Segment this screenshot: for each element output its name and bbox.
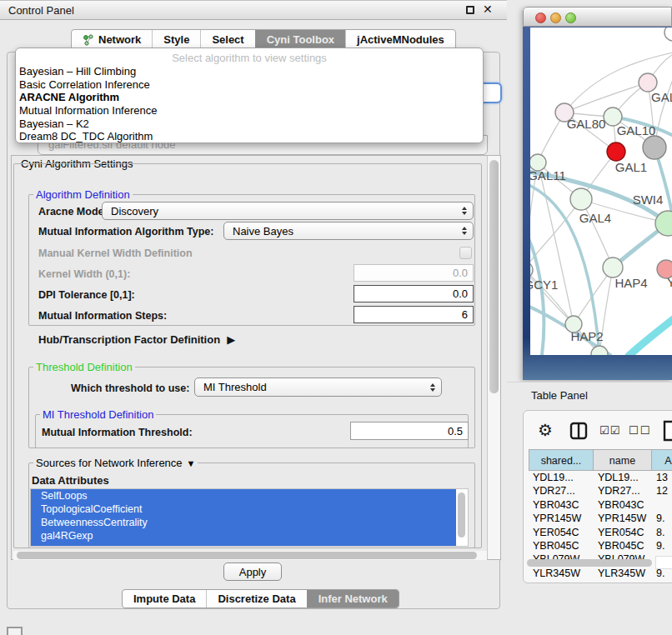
- settings-horizontal-scrollbar[interactable]: [13, 551, 487, 560]
- table-cell: 8.: [652, 526, 672, 539]
- table-row[interactable]: YJL052CYJL052C9.: [529, 580, 672, 583]
- list-scrollbar[interactable]: [458, 492, 465, 538]
- table-row[interactable]: YDR27...YDR27...12: [529, 484, 672, 498]
- tab-impute-data[interactable]: Impute Data: [123, 590, 206, 608]
- gear-icon[interactable]: ⚙: [538, 420, 553, 440]
- select-columns-icon[interactable]: ☑☑: [599, 424, 620, 437]
- tab-infer-network[interactable]: Infer Network: [307, 590, 399, 608]
- tab-style[interactable]: Style: [152, 30, 200, 49]
- hub-definition-toggle[interactable]: Hub/Transcription Factor Definition▶: [38, 333, 235, 346]
- tab-select[interactable]: Select: [200, 30, 254, 49]
- close-traffic-light-icon[interactable]: [535, 12, 546, 23]
- close-icon[interactable]: ✕: [483, 2, 493, 16]
- deselect-columns-icon[interactable]: ☐☐: [629, 424, 651, 437]
- cyni-bottom-tabs: Impute DataDiscretize DataInfer Network: [122, 589, 399, 608]
- settings-vertical-scrollbar[interactable]: [487, 156, 500, 559]
- dropdown-item[interactable]: Bayesian – Hill Climbing: [16, 65, 483, 78]
- sources-title-text: Sources for Network Inference: [36, 457, 183, 469]
- control-panel-titlebar: Control Panel ✕: [0, 0, 507, 20]
- mi-steps-field[interactable]: 6: [354, 306, 474, 323]
- table-cell: 9.: [652, 580, 672, 583]
- tab-label: Style: [163, 33, 189, 46]
- which-threshold-combo[interactable]: MI Threshold: [194, 378, 442, 397]
- network-node-label: GAL80: [567, 117, 606, 131]
- table-header-row[interactable]: shared...nameA: [529, 449, 672, 471]
- column-header[interactable]: name: [594, 449, 652, 471]
- attribute-list-item[interactable]: BetweennessCentrality: [31, 516, 456, 529]
- which-threshold-value: MI Threshold: [203, 381, 267, 393]
- dropdown-item[interactable]: Bayesian – K2: [16, 118, 483, 131]
- dropdown-item[interactable]: Basic Correlation Inference: [16, 78, 483, 92]
- mi-type-combo[interactable]: Naive Bayes: [223, 222, 474, 240]
- aracne-mode-value: Discovery: [111, 205, 158, 218]
- minimize-traffic-light-icon[interactable]: [550, 12, 561, 23]
- column-header[interactable]: A: [652, 449, 672, 471]
- table-scroll-corner: [655, 556, 672, 569]
- table-row[interactable]: YBR043CYBR043C: [529, 498, 672, 512]
- table-row[interactable]: YPR145WYPR145W9.: [529, 512, 672, 525]
- dropdown-item[interactable]: Mutual Information Inference: [16, 104, 483, 118]
- network-node[interactable]: [603, 258, 623, 278]
- table-horizontal-scrollbar[interactable]: [527, 559, 652, 567]
- kernel-width-field[interactable]: 0.0: [354, 264, 474, 282]
- table-cell: YLR345W: [594, 567, 652, 580]
- data-attributes-label: Data Attributes: [32, 474, 109, 487]
- zoom-traffic-light-icon[interactable]: [565, 12, 576, 23]
- aracne-mode-combo[interactable]: Discovery: [102, 202, 474, 220]
- split-columns-icon[interactable]: [569, 422, 588, 443]
- attribute-list-item[interactable]: TopologicalCoefficient: [31, 502, 456, 516]
- scrollbar-thumb[interactable]: [489, 160, 499, 393]
- dropdown-item[interactable]: Dream8 DC_TDC Algorithm: [16, 130, 483, 143]
- table-row[interactable]: YER054CYER054C8.: [529, 526, 672, 539]
- float-window-icon[interactable]: [466, 6, 474, 14]
- tab-discretize-data[interactable]: Discretize Data: [206, 590, 306, 608]
- column-header[interactable]: shared...: [529, 449, 594, 471]
- tab-jactivemnodules[interactable]: jActiveMNodules: [345, 30, 455, 49]
- algorithm-dropdown[interactable]: Select algorithm to view settings Bayesi…: [15, 48, 484, 143]
- network-canvas[interactable]: GALGAL80GAL10GAL1GAL11GAL4SWI4HAP4YGCY1H…: [530, 28, 672, 355]
- network-edge[interactable]: [564, 82, 648, 112]
- tab-network[interactable]: Network: [72, 30, 152, 49]
- network-view-window[interactable]: GALGAL80GAL10GAL1GAL11GAL4SWI4HAP4YGCY1H…: [523, 7, 672, 380]
- table-cell: YPR145W: [594, 512, 652, 525]
- threshold-definition-title: Threshold Definition: [33, 361, 135, 373]
- table-cell: YJL052C: [594, 580, 652, 583]
- table-row[interactable]: YBR045CYBR045C9.: [529, 539, 672, 552]
- table-cell: 9.: [652, 539, 672, 552]
- network-node[interactable]: [570, 188, 592, 210]
- table-cell: YPR145W: [529, 512, 594, 525]
- minimized-panel-icon[interactable]: [7, 627, 23, 635]
- aracne-mode-label: Aracne Mode:: [38, 206, 108, 218]
- table-row[interactable]: YLR345WYLR345W9.: [529, 567, 672, 580]
- expanded-arrow-icon[interactable]: ▼: [187, 458, 196, 468]
- network-node-label: GAL10: [617, 123, 656, 138]
- apply-button[interactable]: Apply: [223, 562, 282, 581]
- network-node[interactable]: [607, 142, 625, 161]
- scrollbar-thumb[interactable]: [17, 552, 477, 559]
- attribute-list-item[interactable]: SelfLoops: [31, 489, 456, 502]
- network-window-titlebar[interactable]: [523, 7, 672, 27]
- combo-stepper-icon: [430, 383, 435, 392]
- tab-cyni-toolbox[interactable]: Cyni Toolbox: [255, 30, 345, 49]
- mi-threshold-field[interactable]: 0.5: [350, 422, 469, 440]
- attribute-list-item[interactable]: [31, 542, 456, 547]
- mi-steps-value: 6: [462, 308, 468, 321]
- network-edge-weighted[interactable]: [629, 318, 672, 355]
- network-node[interactable]: [639, 73, 657, 92]
- mi-threshold-group-title: MI Threshold Definition: [40, 408, 156, 421]
- network-graph[interactable]: GALGAL80GAL10GAL1GAL11GAL4SWI4HAP4YGCY1H…: [530, 28, 672, 355]
- sources-group-title[interactable]: Sources for Network Inference▼: [33, 457, 198, 469]
- network-node[interactable]: [664, 28, 672, 41]
- collapsed-arrow-icon[interactable]: ▶: [227, 333, 235, 346]
- network-node-label: HAP4: [614, 276, 647, 290]
- manual-kernel-checkbox[interactable]: [459, 247, 472, 259]
- data-attributes-list[interactable]: SelfLoopsTopologicalCoefficientBetweenne…: [30, 488, 469, 547]
- table-row[interactable]: YDL19...YDL19...13: [529, 471, 672, 484]
- dpi-tolerance-field[interactable]: 0.0: [354, 285, 474, 302]
- dropdown-item[interactable]: ARACNE Algorithm: [16, 91, 483, 104]
- network-node[interactable]: [643, 136, 666, 159]
- export-table-icon[interactable]: [662, 419, 672, 446]
- table-cell: [652, 498, 672, 512]
- tab-label: jActiveMNodules: [357, 33, 444, 46]
- attribute-list-item[interactable]: gal4RGexp: [31, 529, 456, 542]
